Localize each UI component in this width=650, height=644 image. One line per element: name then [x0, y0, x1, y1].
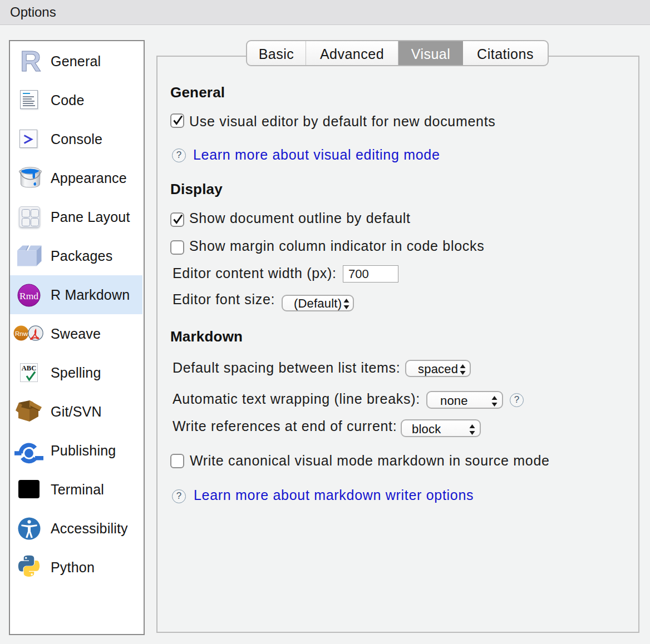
svg-text:Rmd: Rmd: [19, 290, 38, 301]
svg-text:Rnw: Rnw: [15, 330, 28, 337]
